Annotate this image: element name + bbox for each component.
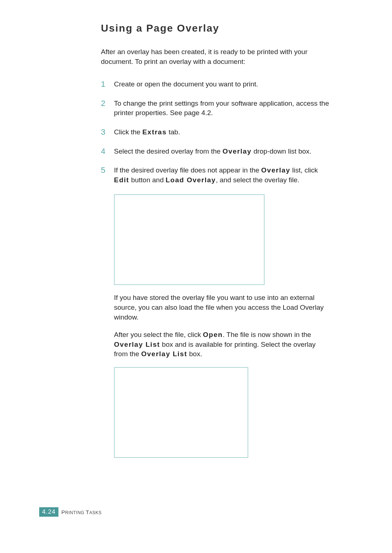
text-fragment: list, click: [290, 166, 318, 174]
section-heading: Using a Page Overlay: [101, 23, 330, 34]
page-content: Using a Page Overlay After an overlay ha…: [101, 23, 330, 466]
ui-label-overlay: Overlay: [222, 147, 252, 155]
intro-paragraph: After an overlay has been created, it is…: [101, 47, 330, 66]
step-number: 5: [101, 166, 114, 175]
step-3: 3 Click the Extras tab.: [101, 127, 330, 137]
sub-paragraph-1: If you have stored the overlay file you …: [114, 293, 330, 322]
text-fragment: ASKS: [89, 510, 102, 515]
text-fragment: T: [86, 509, 89, 515]
ui-label-edit: Edit: [114, 176, 129, 184]
step-text: Click the Extras tab.: [114, 127, 330, 137]
step-text: Select the desired overlay from the Over…: [114, 147, 330, 156]
step-text: To change the print settings from your s…: [114, 99, 330, 118]
text-fragment: . The file is now shown in the: [223, 331, 311, 338]
ui-label-overlay-list: Overlay List: [114, 341, 160, 348]
ui-label-overlay: Overlay: [261, 166, 290, 174]
text-fragment: tab.: [167, 128, 180, 136]
text-fragment: Click the: [114, 128, 142, 136]
text-fragment: If the desired overlay file does not app…: [114, 166, 261, 174]
text-fragment: P: [61, 509, 65, 515]
text-fragment: drop-down list box.: [252, 147, 311, 155]
text-fragment: Select the desired overlay from the: [114, 147, 222, 155]
step-text: Create or open the document you want to …: [114, 80, 330, 89]
text-fragment: After you select the file, click: [114, 331, 203, 338]
step-text: If the desired overlay file does not app…: [114, 166, 330, 185]
step-2: 2 To change the print settings from your…: [101, 99, 330, 118]
step-number: 1: [101, 80, 114, 89]
page-number-badge: 4.24: [39, 507, 58, 517]
ui-label-load-overlay: Load Overlay: [166, 176, 216, 184]
screenshot-placeholder-2: [114, 367, 248, 458]
text-fragment: box.: [187, 350, 202, 358]
ui-label-open: Open: [203, 331, 223, 338]
step-1: 1 Create or open the document you want t…: [101, 80, 330, 89]
sub-paragraph-2: After you select the file, click Open. T…: [114, 330, 330, 359]
step-number: 4: [101, 147, 114, 156]
ui-label-overlay-list: Overlay List: [141, 350, 187, 358]
ui-label-extras: Extras: [142, 128, 167, 136]
text-fragment: RINTING: [65, 510, 86, 515]
text-fragment: button and: [129, 176, 166, 184]
step-5: 5 If the desired overlay file does not a…: [101, 166, 330, 185]
step-number: 2: [101, 99, 114, 108]
screenshot-placeholder-1: [114, 194, 265, 285]
text-fragment: , and select the overlay file.: [216, 176, 299, 184]
page-footer: 4.24 PRINTING TASKS: [39, 507, 102, 517]
footer-section-title: PRINTING TASKS: [61, 509, 102, 515]
step-number: 3: [101, 127, 114, 137]
step-4: 4 Select the desired overlay from the Ov…: [101, 147, 330, 156]
